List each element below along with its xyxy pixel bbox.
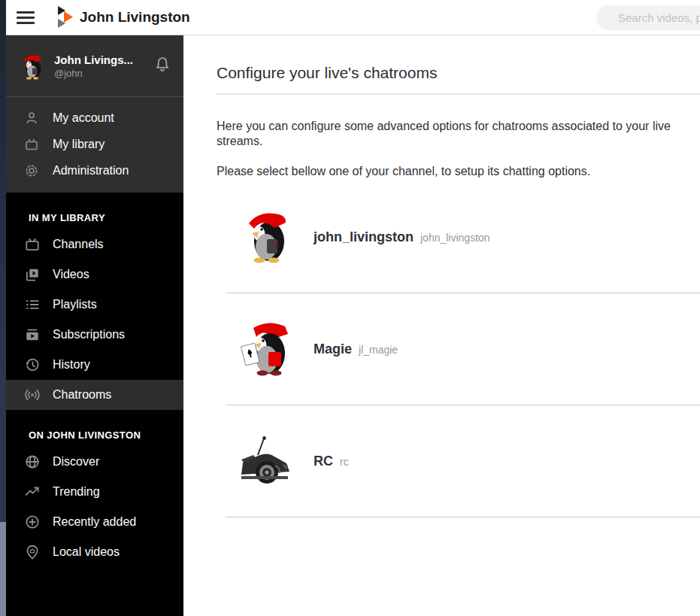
plus-circle-icon [24, 514, 41, 530]
video-stack-icon [24, 266, 41, 283]
playlist-icon [24, 296, 41, 313]
search-input[interactable] [596, 5, 700, 30]
scrollbar-thumb[interactable] [0, 522, 6, 616]
menu-item-label: My library [53, 138, 105, 151]
channel-row-john-livingston[interactable]: john_livingston john_livingston [226, 181, 700, 293]
instance-title[interactable]: John Livingston [80, 9, 190, 26]
sidebar-item-recently-added[interactable]: Recently added [6, 507, 183, 537]
broadcast-icon [24, 387, 41, 403]
sidebar-item-label: Discover [53, 455, 99, 469]
channel-row-rc[interactable]: RC rc [226, 405, 700, 517]
penguin-red-hat-avatar [238, 210, 292, 264]
account-menu: My account My library Administration [6, 96, 183, 193]
user-display-name[interactable]: John Livings... [54, 53, 152, 66]
tv-icon [24, 137, 39, 152]
globe-icon [24, 454, 41, 470]
sidebar-item-trending[interactable]: Trending [6, 477, 183, 507]
sidebar-item-label: Recently added [53, 515, 136, 529]
logged-in-user-block: John Livings... @john [6, 35, 183, 96]
sidebar-item-subscriptions[interactable]: Subscriptions [6, 320, 183, 350]
rc-car-avatar [238, 434, 292, 488]
sidebar-item-label: Local videos [53, 545, 120, 559]
penguin-magician-avatar [238, 322, 292, 376]
sidebar-item-chatrooms[interactable]: Chatrooms [6, 380, 183, 410]
intro-paragraph: Here you can configure some advanced opt… [217, 119, 677, 149]
sidebar-item-label: Channels [53, 238, 104, 251]
channel-handle: jl_magie [359, 344, 398, 356]
channel-name[interactable]: john_livingston [314, 229, 414, 245]
sidebar: John Livings... @john My account [6, 35, 183, 616]
sidebar-item-label: Subscriptions [53, 328, 125, 341]
history-icon [24, 357, 41, 373]
tv-icon [24, 236, 41, 253]
sidebar-item-label: Videos [53, 268, 89, 281]
user-icon [24, 111, 39, 126]
sidebar-item-label: History [53, 358, 90, 372]
sidebar-item-playlists[interactable]: Playlists [6, 290, 183, 320]
sidebar-item-history[interactable]: History [6, 350, 183, 380]
page-title: Configure your live's chatrooms [217, 64, 700, 82]
section-header: IN MY LIBRARY [6, 205, 183, 229]
menu-item-administration[interactable]: Administration [6, 157, 183, 184]
title-divider [217, 93, 700, 95]
sidebar-item-label: Playlists [53, 298, 97, 311]
in-my-library-section: IN MY LIBRARY Channels Videos [6, 193, 183, 410]
channel-name[interactable]: RC [314, 454, 333, 469]
top-bar: John Livingston [0, 0, 700, 35]
channel-handle: rc [340, 456, 349, 468]
trending-up-icon [24, 484, 41, 500]
peertube-logo-icon[interactable] [57, 6, 74, 29]
sidebar-item-local-videos[interactable]: Local videos [6, 537, 183, 567]
penguin-red-hat-avatar[interactable] [18, 53, 45, 80]
bell-icon[interactable] [152, 54, 173, 77]
gear-icon [24, 163, 39, 178]
sidebar-item-label: Trending [53, 485, 100, 499]
sidebar-item-discover[interactable]: Discover [6, 447, 183, 477]
sidebar-item-label: Chatrooms [53, 388, 111, 402]
menu-item-label: My account [53, 111, 114, 125]
main-content: Configure your live's chatrooms Here you… [183, 35, 700, 616]
channel-list: john_livingston john_livingston [226, 181, 700, 517]
channel-handle: john_livingston [420, 232, 490, 244]
menu-item-my-library[interactable]: My library [6, 131, 183, 157]
sidebar-scrollbar[interactable] [0, 0, 6, 616]
hamburger-icon[interactable] [17, 8, 39, 26]
section-header: ON JOHN LIVINGSTON [6, 422, 183, 447]
channel-row-magie[interactable]: Magie jl_magie [226, 293, 700, 405]
home-pin-icon [24, 544, 41, 560]
menu-item-label: Administration [53, 164, 129, 178]
on-instance-section: ON JOHN LIVINGSTON Discover Trending [6, 410, 183, 567]
menu-item-my-account[interactable]: My account [6, 105, 183, 131]
subscriptions-icon [24, 326, 41, 343]
sidebar-item-channels[interactable]: Channels [6, 229, 183, 259]
intro-paragraph: Please select bellow one of your channel… [217, 164, 677, 179]
sidebar-item-videos[interactable]: Videos [6, 259, 183, 290]
channel-name[interactable]: Magie [314, 341, 352, 357]
user-handle: @john [54, 68, 152, 79]
